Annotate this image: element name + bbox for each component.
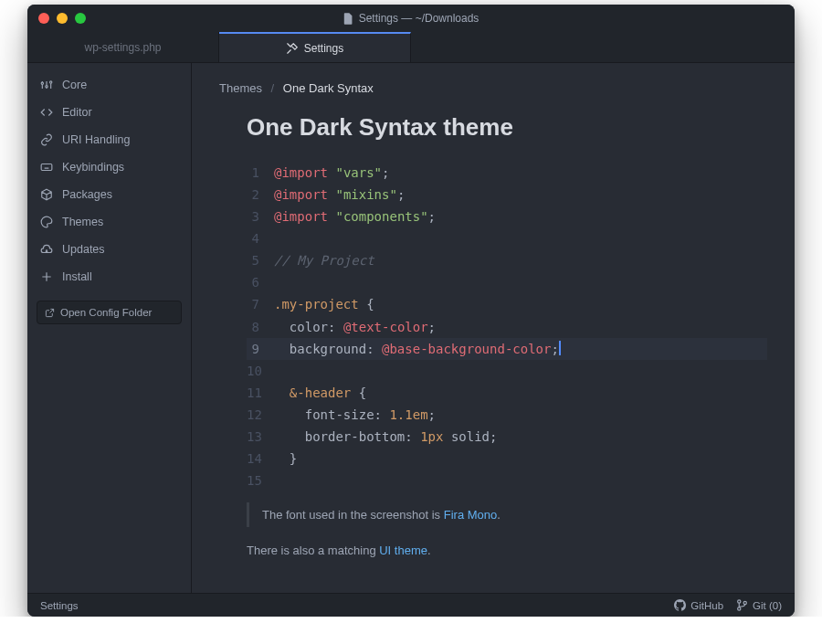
sidebar-item-label: URI Handling (62, 133, 130, 146)
fira-mono-link[interactable]: Fira Mono (444, 508, 498, 522)
window-title: Settings — ~/Downloads (27, 12, 795, 25)
code-line: font-size: 1.1em; (274, 404, 767, 426)
svg-point-0 (41, 82, 43, 84)
ui-theme-link[interactable]: UI theme (379, 544, 427, 557)
status-left[interactable]: Settings (40, 600, 79, 611)
main-content: Themes / One Dark Syntax One Dark Syntax… (192, 63, 795, 593)
minimize-window-button[interactable] (57, 13, 68, 24)
line-number: 14 (247, 448, 274, 470)
code-line (274, 271, 767, 293)
plus-icon (40, 270, 53, 283)
sidebar-item-packages[interactable]: Packages (27, 182, 191, 207)
package-icon (40, 188, 53, 201)
line-number: 7 (247, 293, 274, 315)
tab-label: wp-settings.php (84, 41, 161, 54)
code-line: color: @text-color; (274, 316, 767, 338)
settings-sidebar: Core Editor URI Handling Keybindings Pac… (27, 63, 192, 593)
code-icon (40, 106, 53, 119)
sidebar-item-install[interactable]: Install (27, 264, 191, 290)
status-label: GitHub (690, 600, 723, 611)
sidebar-item-label: Install (62, 270, 92, 283)
sliders-icon (40, 79, 53, 91)
svg-point-4 (738, 600, 741, 603)
sidebar-item-keybindings[interactable]: Keybindings (27, 154, 191, 180)
code-line: // My Project (274, 249, 767, 271)
sidebar-item-editor[interactable]: Editor (27, 100, 191, 125)
code-line: &-header { (274, 382, 767, 404)
line-number: 13 (247, 426, 274, 448)
note-suffix: . (497, 508, 501, 522)
breadcrumb-current: One Dark Syntax (283, 81, 374, 95)
editor-cursor (559, 341, 561, 354)
line-number: 4 (247, 227, 274, 249)
breadcrumb-root[interactable]: Themes (219, 81, 262, 95)
open-config-folder-button[interactable]: Open Config Folder (37, 301, 182, 324)
sidebar-item-label: Core (62, 79, 87, 91)
code-line: } (274, 448, 767, 470)
code-line: @import "components"; (274, 206, 767, 227)
tabbar: wp-settings.php Settings (27, 32, 795, 63)
sidebar-item-core[interactable]: Core (27, 72, 191, 98)
code-sample: 1@import "vars"; 2@import "mixins"; 3@im… (219, 162, 767, 491)
page-title: One Dark Syntax theme (247, 113, 767, 142)
svg-rect-3 (41, 164, 52, 171)
desc-prefix: There is also a matching (247, 544, 379, 557)
code-line: border-bottom: 1px solid; (274, 426, 767, 448)
svg-point-2 (50, 81, 52, 83)
line-number: 10 (247, 360, 274, 382)
file-icon (343, 13, 353, 25)
tools-icon (286, 42, 299, 55)
sidebar-item-themes[interactable]: Themes (27, 209, 191, 235)
external-link-icon (45, 308, 55, 318)
line-number: 12 (247, 404, 274, 426)
font-note: The font used in the screenshot is Fira … (247, 502, 767, 527)
github-icon (674, 599, 686, 611)
line-number: 5 (247, 249, 274, 271)
line-number: 15 (247, 470, 274, 491)
sidebar-item-label: Updates (62, 243, 105, 256)
svg-point-6 (743, 601, 746, 604)
note-text: The font used in the screenshot is (262, 508, 444, 522)
status-label: Git (0) (753, 600, 782, 611)
close-window-button[interactable] (38, 13, 49, 24)
code-line (274, 360, 767, 382)
line-number: 2 (247, 184, 274, 206)
statusbar: Settings GitHub Git (0) (27, 593, 795, 617)
code-line: @import "vars"; (274, 162, 767, 184)
app-window: Settings — ~/Downloads wp-settings.php S… (27, 5, 795, 617)
desc-suffix: . (427, 544, 431, 557)
tab-label: Settings (304, 42, 343, 55)
svg-point-5 (738, 607, 741, 610)
status-github[interactable]: GitHub (674, 599, 723, 611)
line-number: 8 (247, 316, 274, 338)
code-line (274, 227, 767, 249)
keyboard-icon (40, 161, 53, 174)
breadcrumb: Themes / One Dark Syntax (219, 81, 767, 95)
maximize-window-button[interactable] (75, 13, 86, 24)
sidebar-item-updates[interactable]: Updates (27, 237, 191, 262)
tab-settings[interactable]: Settings (219, 32, 411, 62)
titlebar: Settings — ~/Downloads (27, 5, 795, 32)
window-title-text: Settings — ~/Downloads (359, 12, 480, 25)
sidebar-item-label: Keybindings (62, 161, 124, 174)
link-icon (40, 133, 53, 146)
line-number: 1 (247, 162, 274, 184)
code-line: @import "mixins"; (274, 184, 767, 206)
config-button-label: Open Config Folder (60, 307, 152, 318)
paint-icon (40, 216, 53, 228)
svg-point-1 (46, 86, 47, 88)
sidebar-item-label: Packages (62, 188, 112, 201)
code-line: background: @base-background-color; (274, 338, 767, 360)
sidebar-item-label: Editor (62, 106, 92, 119)
tab-wp-settings[interactable]: wp-settings.php (27, 32, 219, 62)
line-number: 11 (247, 382, 274, 404)
git-branch-icon (736, 599, 748, 611)
sidebar-item-uri-handling[interactable]: URI Handling (27, 127, 191, 153)
code-line: .my-project { (274, 293, 767, 315)
app-body: Core Editor URI Handling Keybindings Pac… (27, 63, 795, 593)
code-line (274, 470, 767, 491)
status-git[interactable]: Git (0) (736, 599, 782, 611)
line-number: 6 (247, 271, 274, 293)
cloud-download-icon (40, 243, 53, 256)
line-number: 9 (247, 338, 274, 360)
